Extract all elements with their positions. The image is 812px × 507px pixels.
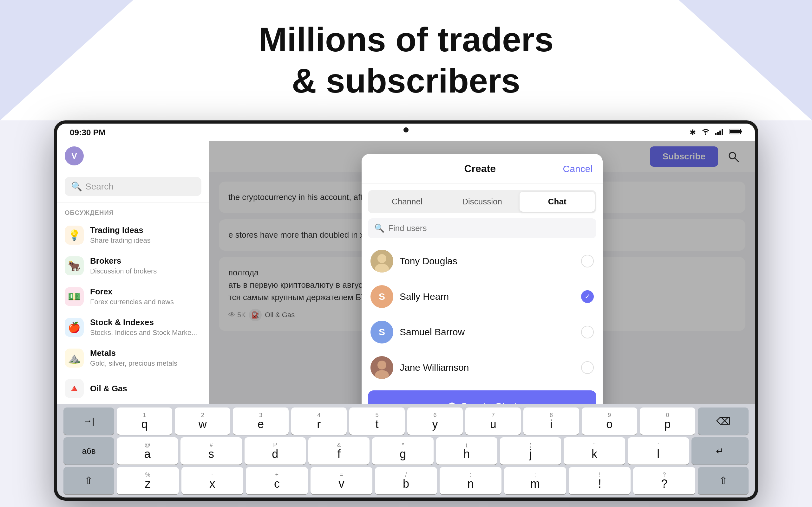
user-item-jane[interactable]: Jane Williamson xyxy=(362,350,603,385)
key-e[interactable]: 3e xyxy=(233,407,288,435)
key-q[interactable]: 1q xyxy=(117,407,172,435)
modal-backdrop: Create Cancel Channel Discussion Chat 🔍 xyxy=(209,141,755,404)
wifi-icon xyxy=(700,128,711,137)
key-b[interactable]: /b xyxy=(375,467,437,494)
key-excl[interactable]: !! xyxy=(569,467,631,494)
key-a[interactable]: @a xyxy=(117,437,178,464)
key-y[interactable]: 6y xyxy=(407,407,463,435)
key-s[interactable]: #s xyxy=(181,437,242,464)
create-modal: Create Cancel Channel Discussion Chat 🔍 xyxy=(362,154,603,404)
key-i[interactable]: 8i xyxy=(523,407,579,435)
svg-rect-1 xyxy=(715,133,716,135)
key-return[interactable]: ↵ xyxy=(692,437,749,464)
key-k[interactable]: "k xyxy=(564,437,625,464)
key-j[interactable]: )j xyxy=(500,437,561,464)
modal-title: Create xyxy=(464,163,496,175)
trading-ideas-title: Trading Ideas xyxy=(90,225,201,235)
key-h[interactable]: (h xyxy=(436,437,497,464)
create-chat-plus-icon: ⊕ xyxy=(447,400,456,404)
key-u[interactable]: 7u xyxy=(465,407,521,435)
bluetooth-icon: ✱ xyxy=(690,128,696,137)
user-item-tony[interactable]: Tony Douglas xyxy=(362,243,603,279)
tony-avatar xyxy=(370,250,393,273)
sally-avatar: S xyxy=(370,285,393,308)
svg-point-11 xyxy=(377,254,386,263)
battery-icon xyxy=(729,128,742,137)
key-z[interactable]: %z xyxy=(117,467,179,494)
oil-title: Oil & Gas xyxy=(90,384,201,394)
status-icons: ✱ xyxy=(690,128,742,137)
svg-rect-4 xyxy=(722,129,723,135)
samuel-checkbox[interactable] xyxy=(581,326,594,338)
svg-rect-6 xyxy=(741,130,742,132)
sidebar-item-metals[interactable]: ⛰️ Metals Gold, silver, precious metals xyxy=(57,343,209,373)
key-r[interactable]: 4r xyxy=(291,407,347,435)
metals-title: Metals xyxy=(90,348,201,358)
samuel-avatar: S xyxy=(370,321,393,343)
key-p[interactable]: 0p xyxy=(640,407,695,435)
device-screen: 09:30 PM ✱ xyxy=(57,124,755,498)
tony-checkbox[interactable] xyxy=(581,255,594,268)
tab-discussion[interactable]: Discussion xyxy=(445,192,520,212)
jane-name: Jane Williamson xyxy=(400,362,575,373)
key-t[interactable]: 5t xyxy=(349,407,405,435)
camera-notch xyxy=(403,127,409,132)
search-bar[interactable]: 🔍 Search xyxy=(65,177,201,196)
key-abc[interactable]: абв xyxy=(63,437,114,464)
stock-icon: 🍎 xyxy=(65,318,84,337)
modal-header: Create Cancel xyxy=(362,154,603,184)
sidebar-item-forex[interactable]: 💵 Forex Forex currencies and news xyxy=(57,281,209,312)
key-g[interactable]: *g xyxy=(372,437,433,464)
keyboard-row-special: →| 1q 2w 3e 4r 5t 6y 7u 8i 9o 0p ⌫ xyxy=(63,407,749,435)
svg-rect-7 xyxy=(730,130,740,133)
key-shift-left[interactable]: ⇧ xyxy=(63,467,114,494)
cancel-button[interactable]: Cancel xyxy=(563,164,593,174)
key-w[interactable]: 2w xyxy=(175,407,230,435)
search-placeholder: Search xyxy=(85,181,113,192)
tab-channel[interactable]: Channel xyxy=(369,192,445,212)
create-chat-button[interactable]: ⊕ Create Chat xyxy=(368,390,596,404)
key-o[interactable]: 9o xyxy=(582,407,637,435)
key-c[interactable]: +c xyxy=(246,467,308,494)
sidebar-item-stock[interactable]: 🍎 Stock & Indexes Stocks, Indices and St… xyxy=(57,312,209,343)
svg-point-14 xyxy=(377,360,386,370)
metals-text: Metals Gold, silver, precious metals xyxy=(90,348,201,368)
tab-chat[interactable]: Chat xyxy=(519,192,595,212)
brokers-title: Brokers xyxy=(90,256,201,266)
main-content: Subscribe the cryptocurrency in his acco… xyxy=(209,141,755,404)
forex-title: Forex xyxy=(90,287,201,297)
sidebar-search-area: 🔍 Search xyxy=(57,170,209,203)
create-chat-label: Create Chat xyxy=(460,401,517,405)
user-avatar[interactable]: V xyxy=(65,147,84,165)
key-m[interactable]: ;m xyxy=(504,467,566,494)
tony-name: Tony Douglas xyxy=(400,256,575,267)
keyboard-rows: →| 1q 2w 3e 4r 5t 6y 7u 8i 9o 0p ⌫ xyxy=(57,407,755,494)
sidebar-item-oil[interactable]: 🔺 Oil & Gas xyxy=(57,373,209,404)
user-search[interactable]: 🔍 xyxy=(368,218,596,238)
sally-name: Sally Hearn xyxy=(400,291,575,302)
jane-checkbox[interactable] xyxy=(581,361,594,374)
key-l[interactable]: 'l xyxy=(628,437,689,464)
signal-icon xyxy=(715,128,725,137)
find-users-input[interactable] xyxy=(388,223,590,233)
device-frame: 09:30 PM ✱ xyxy=(54,120,758,501)
key-quest[interactable]: ?? xyxy=(633,467,695,494)
user-item-samuel[interactable]: S Samuel Barrow xyxy=(362,314,603,350)
key-d[interactable]: Рd xyxy=(245,437,306,464)
sidebar-item-brokers[interactable]: 🐂 Brokers Discussion of brokers xyxy=(57,250,209,281)
key-tab[interactable]: →| xyxy=(63,407,114,435)
svg-point-0 xyxy=(705,134,706,135)
section-label: ОБСУЖДЕНИЯ xyxy=(57,203,209,220)
tab-selector: Channel Discussion Chat xyxy=(368,190,596,213)
key-shift-right[interactable]: ⇧ xyxy=(698,467,749,494)
key-n[interactable]: :n xyxy=(440,467,502,494)
key-v[interactable]: =v xyxy=(310,467,373,494)
key-x[interactable]: -x xyxy=(182,467,244,494)
sidebar-item-trading-ideas[interactable]: 💡 Trading Ideas Share trading ideas xyxy=(57,220,209,250)
sally-checkbox[interactable] xyxy=(581,290,594,303)
status-bar: 09:30 PM ✱ xyxy=(57,124,755,141)
key-f[interactable]: &f xyxy=(308,437,369,464)
user-item-sally[interactable]: S Sally Hearn xyxy=(362,279,603,314)
forex-text: Forex Forex currencies and news xyxy=(90,287,201,306)
key-delete[interactable]: ⌫ xyxy=(698,407,749,435)
